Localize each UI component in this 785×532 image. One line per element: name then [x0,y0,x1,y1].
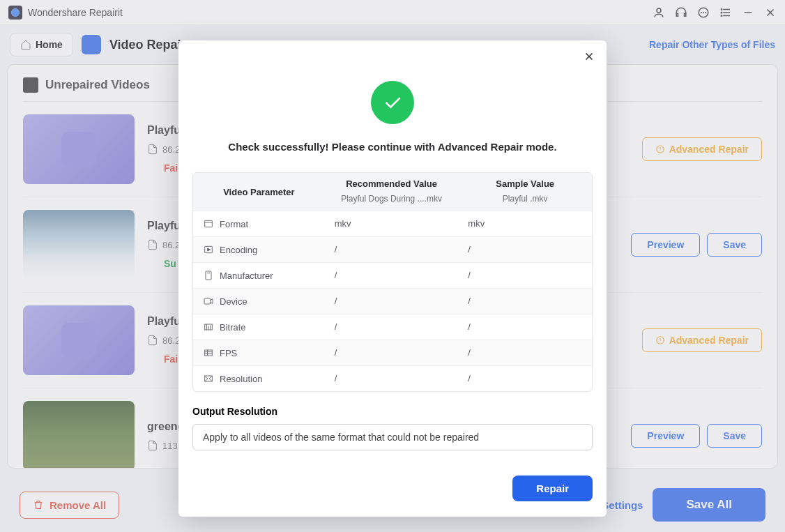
sample-value: / [458,263,592,288]
recommended-value: / [325,366,459,391]
output-resolution-label: Output Resolution [192,406,593,417]
svg-marker-20 [208,248,211,251]
param-label: FPS [220,348,237,358]
svg-rect-21 [206,271,211,280]
sample-value: / [458,314,592,340]
close-icon [583,50,595,63]
recommended-value: / [325,289,459,314]
param-icon [203,373,214,384]
param-label: Resolution [220,374,262,384]
repair-button[interactable]: Repair [512,476,593,501]
recommended-value: / [325,237,459,262]
param-label: Format [220,219,248,229]
output-resolution-select[interactable]: Apply to all videos of the same format t… [192,424,593,450]
param-icon [203,270,214,281]
chevron-down-icon [574,433,582,441]
modal-close-button[interactable] [583,50,595,66]
table-row: Encoding// [193,236,592,262]
svg-rect-24 [205,350,213,356]
sample-value: / [458,289,592,314]
table-row: Resolution// [193,365,592,391]
table-row: Manufacturer// [193,262,592,288]
svg-rect-22 [204,298,211,304]
param-label: Bitrate [220,322,246,333]
param-icon [203,218,214,229]
table-row: Device// [193,288,592,314]
sample-value: mkv [458,211,592,236]
param-label: Device [220,296,247,307]
param-icon [203,296,214,307]
select-value: Apply to all videos of the same format t… [203,432,479,443]
modal-backdrop: Check successfully! Please continue with… [0,0,785,532]
svg-rect-18 [205,220,213,227]
col-header-param: Video Parameter [193,173,325,211]
recommended-value: / [325,340,459,365]
col-header-sample: Sample Value Playful .mkv [458,173,592,211]
modal-dialog: Check successfully! Please continue with… [178,40,607,517]
recommended-value: / [325,314,459,340]
table-row: FPS// [193,340,592,365]
modal-message: Check successfully! Please continue with… [192,141,593,153]
param-icon [203,321,214,333]
success-check-icon [371,81,414,124]
recommended-value: / [325,263,459,288]
table-row: Formatmkvmkv [193,211,592,236]
param-icon [203,244,214,255]
sample-value: / [458,237,592,262]
table-row: Bitrate// [193,314,592,340]
sample-value: / [458,340,592,365]
svg-marker-26 [576,436,580,439]
param-label: Encoding [220,245,257,255]
param-label: Manufacturer [220,271,273,281]
parameter-table: Video Parameter Recommended Value Playfu… [192,172,593,392]
param-icon [203,347,214,358]
recommended-value: mkv [325,211,459,236]
col-header-recommended: Recommended Value Playful Dogs During ..… [325,173,459,211]
sample-value: / [458,366,592,391]
